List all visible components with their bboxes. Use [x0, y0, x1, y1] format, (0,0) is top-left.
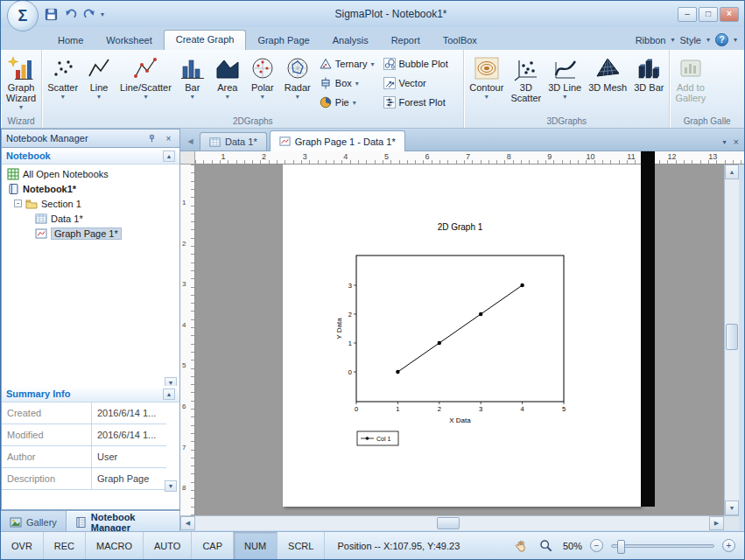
document-tab-bar: ◀ Data 1* Graph Page 1 - Data 1* ▾ × [180, 129, 745, 151]
tree-item-graph-page1[interactable]: Graph Page 1* [2, 226, 179, 241]
forest-plot-button[interactable]: Forest Plot [379, 93, 453, 112]
toggle-cap[interactable]: CAP [192, 532, 234, 559]
tab-graph-page1[interactable]: Graph Page 1 - Data 1* [270, 130, 405, 151]
scroll-up-icon[interactable]: ▲ [163, 388, 175, 400]
toggle-scrl[interactable]: SCRL [278, 532, 325, 559]
pin-icon[interactable] [145, 132, 158, 145]
sigma-logo-icon: Σ [18, 7, 28, 25]
svg-text:Y Data: Y Data [335, 318, 343, 340]
save-icon [45, 8, 58, 21]
chevron-down-icon: ▾ [296, 93, 299, 101]
add-to-gallery-button[interactable]: Add to Gallery [671, 50, 709, 116]
redo-button[interactable] [81, 6, 97, 22]
3d-scatter-button[interactable]: 3D Scatter [507, 50, 545, 116]
ruler-number: 13 [708, 152, 717, 161]
tab-gallery[interactable]: Gallery [1, 511, 67, 533]
minimize-button[interactable]: – [678, 7, 697, 22]
tab-toolbox[interactable]: ToolBox [432, 31, 488, 50]
right-strip [739, 515, 745, 530]
ribbon-menu[interactable]: Ribbon [636, 35, 666, 46]
scroll-up-icon[interactable]: ▲ [725, 164, 739, 179]
polar-button[interactable]: Polar ▾ [245, 50, 280, 116]
zoom-controls: 50% − + [512, 532, 744, 559]
gallery-icon [10, 516, 22, 528]
tab-graph-page[interactable]: Graph Page [246, 31, 320, 50]
tree-collapse-icon[interactable]: - [14, 200, 22, 207]
tab-data1[interactable]: Data 1* [200, 132, 267, 150]
ruler-number: 7 [182, 444, 193, 452]
close-icon[interactable]: × [162, 132, 175, 145]
zoom-in-button[interactable]: + [722, 539, 735, 552]
window-title: SigmaPlot - Notebook1* [104, 8, 678, 20]
tabbar-right-controls: ▾ × [716, 136, 745, 150]
bar-button[interactable]: Bar ▾ [175, 50, 210, 116]
pie-button[interactable]: Pie ▾ [315, 93, 379, 112]
vector-button[interactable]: Vector [379, 74, 453, 93]
tree-item-notebook1[interactable]: Notebook1* [2, 181, 179, 196]
tab-list-button[interactable]: ▾ [723, 138, 727, 146]
svg-text:Col 1: Col 1 [376, 436, 390, 442]
zoom-slider-thumb[interactable] [617, 540, 625, 554]
scroll-right-icon[interactable]: ▶ [709, 516, 724, 530]
group-label-graph-gallery: Graph Galle [671, 116, 742, 128]
tab-scroll-left-button[interactable]: ◀ [184, 134, 197, 149]
tree-item-section1[interactable]: - Section 1 [2, 196, 179, 211]
toggle-rec[interactable]: REC [44, 532, 86, 559]
zoom-out-button[interactable]: − [590, 539, 603, 552]
save-button[interactable] [43, 6, 59, 22]
3d-bar-button[interactable]: 3D Bar [630, 50, 667, 116]
scroll-down-icon[interactable]: ▼ [165, 480, 177, 492]
vertical-scrollbar[interactable]: ▲ ▼ [724, 164, 739, 515]
maximize-button[interactable]: □ [699, 7, 718, 22]
tab-worksheet[interactable]: Worksheet [95, 31, 163, 50]
3d-mesh-button[interactable]: 3D Mesh [585, 50, 630, 116]
tab-create-graph[interactable]: Create Graph [164, 30, 247, 50]
tree-item-data1[interactable]: Data 1* [2, 211, 179, 226]
svg-text:1: 1 [348, 340, 352, 347]
scatter-button[interactable]: Scatter ▾ [44, 50, 81, 116]
toggle-ovr[interactable]: OVR [1, 532, 44, 559]
close-document-button[interactable]: × [734, 136, 739, 147]
toggle-macro[interactable]: MACRO [86, 532, 144, 559]
graph-wizard-button[interactable]: Graph Wizard ▾ [3, 50, 39, 116]
style-menu[interactable]: Style [680, 35, 701, 46]
undo-button[interactable] [62, 6, 78, 22]
tree-item-all-open-notebooks[interactable]: All Open Notebooks [2, 166, 179, 181]
area-button[interactable]: Area ▾ [210, 50, 245, 116]
close-button[interactable]: × [720, 7, 739, 22]
line-scatter-button[interactable]: Line/Scatter ▾ [116, 50, 175, 116]
radar-button[interactable]: Radar ▾ [280, 50, 315, 116]
ternary-button[interactable]: Ternary ▾ [315, 54, 379, 74]
help-button[interactable]: ? [715, 33, 728, 46]
horizontal-scrollbar-thumb[interactable] [437, 517, 460, 529]
tab-notebook-manager[interactable]: Notebook Manager [67, 511, 180, 533]
horizontal-scrollbar[interactable]: ◀ ▶ [180, 515, 724, 530]
app-logo-button[interactable]: Σ [7, 0, 39, 32]
notebook-icon [7, 183, 19, 195]
area-chart-icon [214, 53, 241, 82]
chevron-down-icon[interactable]: ▾ [734, 36, 737, 44]
scroll-up-icon[interactable]: ▲ [163, 150, 175, 162]
vertical-scrollbar-thumb[interactable] [726, 324, 738, 350]
ribbon: Graph Wizard ▾ Wizard Scatter ▾ Line ▾ [1, 50, 744, 129]
table-row: Author User [2, 446, 166, 468]
ruler-number: 2 [260, 152, 269, 161]
tab-report[interactable]: Report [380, 31, 432, 50]
bubble-plot-button[interactable]: Bubble Plot [379, 54, 453, 74]
box-plot-button[interactable]: Box ▾ [315, 74, 379, 93]
3d-line-button[interactable]: 3D Line ▾ [545, 50, 585, 116]
chevron-down-icon: ▾ [563, 93, 566, 101]
toggle-auto[interactable]: AUTO [144, 532, 192, 559]
ruler-row: 12345678910111213 [180, 151, 745, 164]
line-button[interactable]: Line ▾ [81, 50, 116, 116]
tab-analysis[interactable]: Analysis [321, 31, 380, 50]
zoom-slider[interactable] [611, 544, 714, 548]
chevron-down-icon: ▾ [706, 36, 710, 44]
tab-home[interactable]: Home [46, 31, 95, 50]
pan-hand-button[interactable] [512, 537, 530, 555]
toggle-num[interactable]: NUM [234, 532, 278, 559]
zoom-tool-button[interactable] [538, 537, 555, 555]
scroll-left-icon[interactable]: ◀ [180, 516, 195, 530]
contour-button[interactable]: Contour ▾ [466, 50, 507, 116]
scroll-down-icon[interactable]: ▼ [725, 500, 739, 515]
